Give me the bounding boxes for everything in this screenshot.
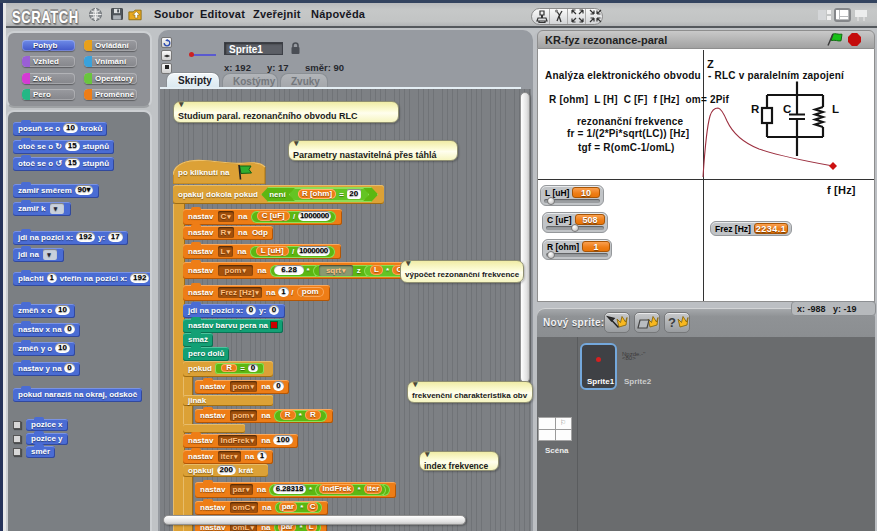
svg-text:?: ? (668, 315, 676, 330)
